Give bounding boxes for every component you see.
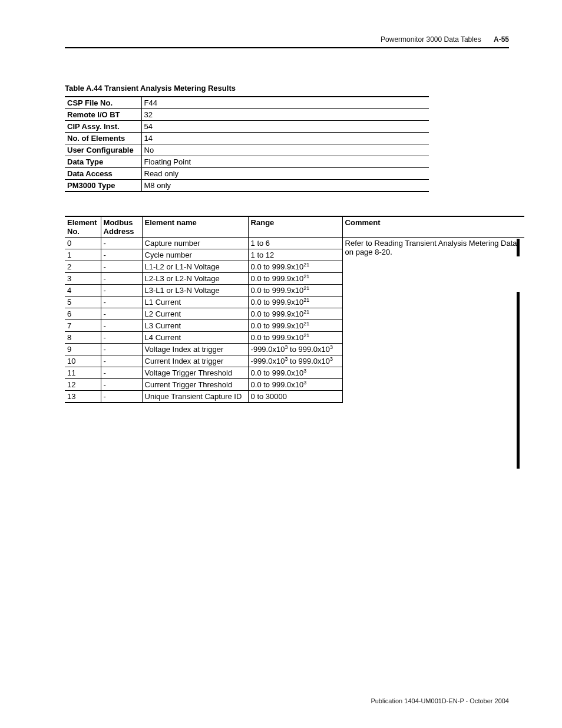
cell-element-no: 0 — [65, 238, 101, 249]
cell-modbus: - — [101, 261, 142, 273]
cell-element-name: Voltage Index at trigger — [142, 344, 248, 355]
cell-range: 0.0 to 999.0x103 — [248, 379, 342, 391]
meta-row: PM3000 TypeM8 only — [65, 180, 429, 192]
cell-element-name: Current Index at trigger — [142, 355, 248, 367]
meta-label: User Configurable — [65, 144, 141, 156]
cell-element-name: Current Trigger Threshold — [142, 379, 248, 391]
cell-range: -999.0x103 to 999.0x103 — [248, 344, 342, 355]
meta-label: No. of Elements — [65, 133, 141, 144]
cell-range: 0.0 to 999.9x1021 — [248, 308, 342, 320]
cell-range: 1 to 6 — [248, 238, 342, 249]
cell-element-name: L4 Current — [142, 332, 248, 344]
header-rule — [65, 47, 509, 48]
table-title: Table A.44 Transient Analysis Metering R… — [65, 84, 509, 93]
col-comment: Comment — [342, 216, 524, 238]
meta-label: CSP File No. — [65, 97, 141, 109]
cell-element-name: L3 Current — [142, 320, 248, 332]
cell-modbus: - — [101, 308, 142, 320]
meta-value: F44 — [141, 97, 429, 109]
cell-range: 0.0 to 999.9x1021 — [248, 285, 342, 297]
meta-row: CIP Assy. Inst.54 — [65, 121, 429, 133]
cell-element-no: 12 — [65, 379, 101, 391]
elements-table: Element No. Modbus Address Element name … — [65, 216, 524, 403]
cell-modbus: - — [101, 379, 142, 391]
cell-element-no: 9 — [65, 344, 101, 355]
change-bar — [517, 292, 520, 469]
cell-element-no: 8 — [65, 332, 101, 344]
page-number: A-55 — [494, 35, 509, 44]
meta-label: Remote I/O BT — [65, 109, 141, 121]
meta-value: 54 — [141, 121, 429, 133]
publication-footer: Publication 1404-UM001D-EN-P - October 2… — [371, 697, 509, 704]
meta-label: PM3000 Type — [65, 180, 141, 192]
cell-element-no: 11 — [65, 367, 101, 379]
cell-element-name: L1 Current — [142, 297, 248, 308]
cell-range: -999.0x103 to 999.0x103 — [248, 355, 342, 367]
cell-range: 0.0 to 999.9x1021 — [248, 332, 342, 344]
cell-element-no: 1 — [65, 249, 101, 261]
cell-modbus: - — [101, 273, 142, 285]
change-bar — [517, 239, 520, 256]
meta-row: Remote I/O BT32 — [65, 109, 429, 121]
cell-element-no: 3 — [65, 273, 101, 285]
meta-value: M8 only — [141, 180, 429, 192]
cell-modbus: - — [101, 238, 142, 249]
cell-range: 0.0 to 999.9x1021 — [248, 320, 342, 332]
cell-modbus: - — [101, 344, 142, 355]
col-element-name: Element name — [142, 216, 248, 238]
cell-modbus: - — [101, 332, 142, 344]
cell-modbus: - — [101, 355, 142, 367]
meta-row: No. of Elements14 — [65, 133, 429, 144]
meta-label: Data Access — [65, 168, 141, 180]
cell-element-name: L1-L2 or L1-N Voltage — [142, 261, 248, 273]
meta-label: CIP Assy. Inst. — [65, 121, 141, 133]
cell-element-name: Cycle number — [142, 249, 248, 261]
cell-element-no: 13 — [65, 391, 101, 403]
meta-value: No — [141, 144, 429, 156]
col-modbus: Modbus Address — [101, 216, 142, 238]
cell-element-no: 6 — [65, 308, 101, 320]
cell-range: 0 to 30000 — [248, 391, 342, 403]
cell-modbus: - — [101, 320, 142, 332]
cell-element-no: 10 — [65, 355, 101, 367]
meta-value: 32 — [141, 109, 429, 121]
meta-row: Data TypeFloating Point — [65, 156, 429, 168]
meta-label: Data Type — [65, 156, 141, 168]
meta-row: CSP File No.F44 — [65, 97, 429, 109]
cell-element-no: 4 — [65, 285, 101, 297]
meta-row: User ConfigurableNo — [65, 144, 429, 156]
cell-element-name: Capture number — [142, 238, 248, 249]
cell-range: 0.0 to 999.9x1021 — [248, 297, 342, 308]
cell-range: 0.0 to 999.0x103 — [248, 367, 342, 379]
cell-element-name: L3-L1 or L3-N Voltage — [142, 285, 248, 297]
cell-modbus: - — [101, 285, 142, 297]
doc-title: Powermonitor 3000 Data Tables — [381, 35, 481, 44]
meta-value: 14 — [141, 133, 429, 144]
page-header: Powermonitor 3000 Data Tables A-55 — [65, 35, 509, 47]
col-range: Range — [248, 216, 342, 238]
cell-comment: Refer to Reading Transient Analysis Mete… — [342, 238, 524, 403]
cell-element-no: 7 — [65, 320, 101, 332]
cell-modbus: - — [101, 249, 142, 261]
meta-table: CSP File No.F44Remote I/O BT32CIP Assy. … — [65, 96, 429, 192]
cell-modbus: - — [101, 297, 142, 308]
cell-element-name: L2-L3 or L2-N Voltage — [142, 273, 248, 285]
cell-range: 0.0 to 999.9x1021 — [248, 273, 342, 285]
cell-modbus: - — [101, 391, 142, 403]
cell-element-name: Unique Transient Capture ID — [142, 391, 248, 403]
table-row: 0-Capture number1 to 6Refer to Reading T… — [65, 238, 524, 249]
meta-value: Read only — [141, 168, 429, 180]
cell-element-no: 5 — [65, 297, 101, 308]
meta-value: Floating Point — [141, 156, 429, 168]
cell-element-name: L2 Current — [142, 308, 248, 320]
col-element-no: Element No. — [65, 216, 101, 238]
cell-element-name: Voltage Trigger Threshold — [142, 367, 248, 379]
cell-modbus: - — [101, 367, 142, 379]
cell-range: 0.0 to 999.9x1021 — [248, 261, 342, 273]
cell-element-no: 2 — [65, 261, 101, 273]
meta-row: Data AccessRead only — [65, 168, 429, 180]
cell-range: 1 to 12 — [248, 249, 342, 261]
